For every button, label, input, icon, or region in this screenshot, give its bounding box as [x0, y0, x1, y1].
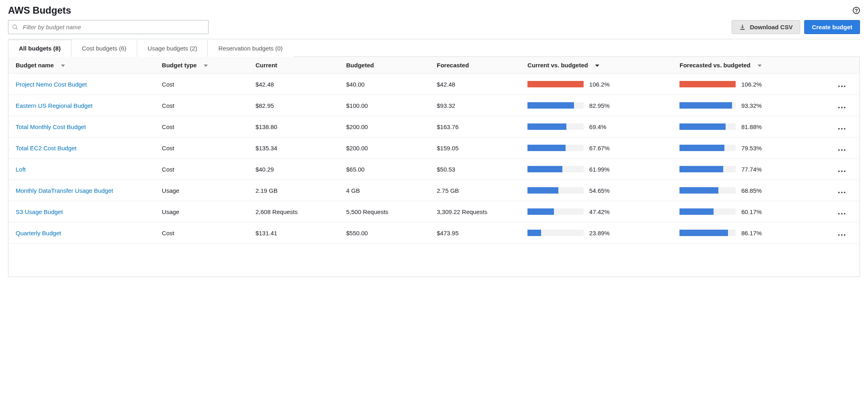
cell-forecasted: $93.32 — [430, 95, 520, 116]
download-csv-label: Download CSV — [750, 24, 793, 30]
progress-bar — [527, 102, 584, 109]
cell-budgeted: 5,500 Requests — [339, 201, 430, 222]
row-actions-button[interactable]: ... — [824, 201, 860, 222]
svg-marker-5 — [595, 65, 599, 67]
sort-icon — [758, 65, 762, 67]
col-header-type-label: Budget type — [162, 62, 197, 69]
col-header-budgeted[interactable]: Budgeted — [339, 57, 430, 74]
cell-progress: 68.85% — [672, 180, 824, 201]
cell-progress: 67.67% — [520, 137, 672, 159]
progress-fill — [679, 145, 724, 151]
progress-label: 69.4% — [589, 123, 617, 130]
col-header-fvb-label: Forecasted vs. budgeted — [679, 62, 750, 69]
progress-bar — [527, 145, 584, 151]
table-row: Quarterly BudgetCost$131.41$550.00$473.9… — [8, 222, 860, 244]
sort-icon — [61, 65, 65, 67]
progress-label: 81.88% — [741, 123, 769, 130]
tab-2[interactable]: Usage budgets (2) — [137, 40, 208, 57]
col-header-forecasted[interactable]: Forecasted — [430, 57, 520, 74]
budget-link[interactable]: Total EC2 Cost Budget — [16, 145, 77, 151]
row-actions-button[interactable]: ... — [824, 74, 860, 95]
svg-rect-2 — [740, 29, 745, 30]
progress-label: 82.95% — [589, 102, 617, 109]
progress-label: 77.74% — [741, 166, 769, 173]
table-row: LoftCost$40.29$65.00$50.5361.99%77.74%..… — [8, 159, 860, 180]
row-actions-button[interactable]: ... — [824, 159, 860, 180]
table-row: Project Nemo Cost BudgetCost$42.48$40.00… — [8, 74, 860, 95]
cell-type: Cost — [155, 95, 248, 116]
budget-link[interactable]: Monthly DataTransfer Usage Budget — [16, 187, 113, 194]
cell-forecasted: 3,309.22 Requests — [430, 201, 520, 222]
progress-bar — [527, 81, 584, 87]
progress-bar — [679, 123, 736, 130]
cell-forecasted: $163.76 — [430, 116, 520, 137]
cell-budgeted: $100.00 — [339, 95, 430, 116]
progress-label: 93.32% — [741, 102, 769, 109]
col-header-actions — [824, 57, 860, 74]
progress-bar — [679, 208, 736, 215]
progress-bar — [679, 145, 736, 151]
progress-bar — [527, 208, 584, 215]
progress-bar — [679, 166, 736, 172]
cell-budgeted: $550.00 — [339, 222, 430, 244]
progress-fill — [679, 230, 728, 236]
progress-label: 47.42% — [589, 208, 617, 215]
budget-link[interactable]: S3 Usage Budget — [16, 208, 63, 215]
create-budget-button[interactable]: Create budget — [804, 20, 860, 34]
budget-link[interactable]: Loft — [16, 166, 26, 173]
cell-progress: 47.42% — [520, 201, 672, 222]
cell-forecasted: $159.05 — [430, 137, 520, 159]
col-header-fvb[interactable]: Forecasted vs. budgeted — [672, 57, 824, 74]
row-actions-button[interactable]: ... — [824, 180, 860, 201]
col-header-type[interactable]: Budget type — [155, 57, 248, 74]
budget-link[interactable]: Total Monthly Cost Budget — [16, 123, 86, 130]
progress-fill — [679, 187, 718, 194]
cell-type: Cost — [155, 116, 248, 137]
table-row: S3 Usage BudgetUsage2,608 Requests5,500 … — [8, 201, 860, 222]
table-row: Total EC2 Cost BudgetCost$135.34$200.00$… — [8, 137, 860, 159]
tab-0[interactable]: All budgets (8) — [8, 40, 71, 57]
progress-label: 106.2% — [589, 81, 617, 88]
col-header-current[interactable]: Current — [248, 57, 339, 74]
cell-progress: 77.74% — [672, 159, 824, 180]
progress-label: 60.17% — [741, 208, 769, 215]
cell-budget-name: S3 Usage Budget — [8, 201, 155, 222]
col-header-current-label: Current — [256, 62, 277, 69]
download-csv-button[interactable]: Download CSV — [732, 20, 800, 34]
search-input[interactable] — [8, 20, 209, 34]
create-budget-label: Create budget — [812, 24, 852, 30]
row-actions-button[interactable]: ... — [824, 222, 860, 244]
tabs: All budgets (8)Cost budgets (6)Usage bud… — [8, 40, 860, 57]
cell-budget-name: Total Monthly Cost Budget — [8, 116, 155, 137]
progress-label: 61.99% — [589, 166, 617, 173]
cell-budgeted: $40.00 — [339, 74, 430, 95]
progress-bar — [679, 187, 736, 194]
cell-type: Cost — [155, 159, 248, 180]
budget-link[interactable]: Eastern US Regional Budget — [16, 102, 93, 109]
progress-fill — [527, 230, 541, 236]
cell-type: Cost — [155, 222, 248, 244]
col-header-name[interactable]: Budget name — [8, 57, 155, 74]
cell-forecasted: $50.53 — [430, 159, 520, 180]
progress-fill — [679, 166, 723, 172]
progress-fill — [527, 166, 562, 172]
cell-progress: 54.65% — [520, 180, 672, 201]
help-icon[interactable]: ? — [853, 7, 860, 14]
row-actions-button[interactable]: ... — [824, 116, 860, 137]
budget-link[interactable]: Project Nemo Cost Budget — [16, 81, 87, 88]
cell-budget-name: Eastern US Regional Budget — [8, 95, 155, 116]
tab-3[interactable]: Reservation budgets (0) — [207, 40, 293, 57]
budgets-table-container: Budget name Budget type Current Budgeted… — [8, 57, 860, 277]
col-header-cvb[interactable]: Current vs. budgeted — [520, 57, 672, 74]
cell-current: $82.95 — [248, 95, 339, 116]
row-actions-button[interactable]: ... — [824, 95, 860, 116]
budget-link[interactable]: Quarterly Budget — [16, 230, 61, 236]
search-wrapper — [8, 20, 209, 34]
table-row: Eastern US Regional BudgetCost$82.95$100… — [8, 95, 860, 116]
progress-bar — [679, 230, 736, 236]
row-actions-button[interactable]: ... — [824, 137, 860, 159]
cell-progress: 86.17% — [672, 222, 824, 244]
cell-progress: 106.2% — [672, 74, 824, 95]
progress-fill — [527, 102, 574, 109]
tab-1[interactable]: Cost budgets (6) — [71, 40, 137, 57]
